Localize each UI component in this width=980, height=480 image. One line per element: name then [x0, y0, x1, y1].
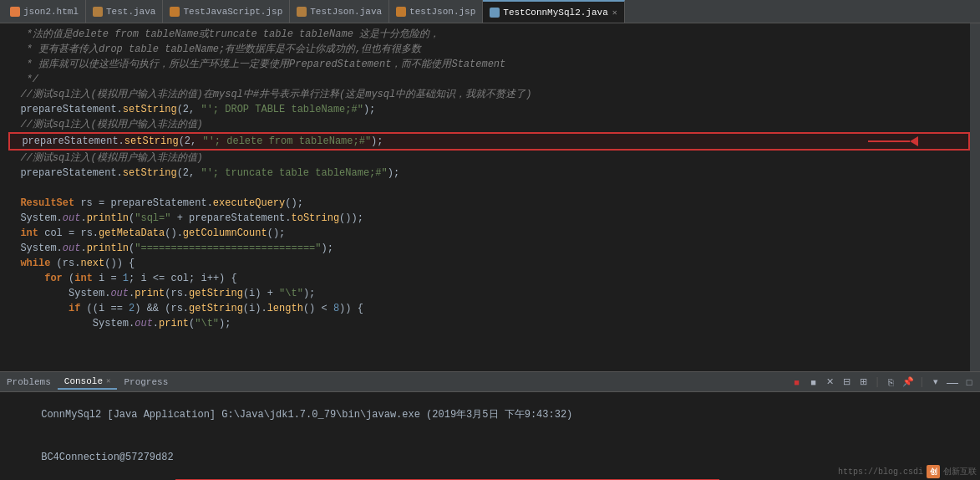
tab-label-test: Test.java	[106, 7, 155, 17]
toolbar-sep1: |	[875, 376, 881, 388]
code-line-17: for (int i = 1; i <= col; i++) {	[8, 271, 970, 286]
tab-icon-json2	[10, 7, 20, 17]
collapse-button[interactable]: ⊞	[856, 375, 871, 390]
view-menu-button[interactable]: ▾	[928, 375, 943, 390]
minimize-button[interactable]: —	[945, 375, 960, 390]
code-line-5: //测试sql注入(模拟用户输入非法的值)在mysql中#井号表示单行注释(这是…	[8, 87, 970, 102]
code-line-3: * 据库就可以使这些语句执行，所以生产环境上一定要使用PreparedState…	[8, 57, 970, 72]
console-content: ConnMySql2 [Java Application] G:\Java\jd…	[0, 392, 980, 480]
tab-icon-testjavascript	[170, 7, 180, 17]
tab-icon-testjson2	[396, 7, 406, 17]
code-line-18: System.out.print(rs.getString(i) + "\t")…	[8, 286, 970, 301]
code-line-15: System.out.println("====================…	[8, 241, 970, 256]
code-line-10: prepareStatement.setString(2, "'; trunca…	[8, 166, 970, 181]
code-line-empty	[8, 181, 970, 196]
watermark-brand: 创新互联	[943, 466, 977, 477]
code-line-2: * 更有甚者传入drop table tableName;有些数据库是不会让你成…	[8, 42, 970, 57]
watermark: https://blog.csdi 创 创新互联	[838, 465, 977, 478]
tab-test[interactable]: Test.java	[86, 0, 163, 23]
code-line-7: //测试sql注入(模拟用户输入非法的值)	[8, 117, 970, 132]
tab-bar: json2.html Test.java TestJavaScript.jsp …	[0, 0, 980, 23]
code-line-14: int col = rs.getMetaData().getColumnCoun…	[8, 226, 970, 241]
scroll-lock-button[interactable]: ⊟	[840, 375, 855, 390]
red-arrow	[868, 136, 918, 146]
bottom-tabs-left: Problems Console ✕ Progress	[0, 372, 175, 391]
code-line-6: prepareStatement.setString(2, "'; DROP T…	[8, 102, 970, 117]
tab-label-testjson: TestJson.java	[310, 7, 382, 17]
editor-scrollbar[interactable]	[970, 23, 980, 371]
tab-testjavascript[interactable]: TestJavaScript.jsp	[163, 0, 290, 23]
copy-button[interactable]: ⎘	[884, 375, 899, 390]
console-line-2: BC4Connection@57279d82	[5, 437, 975, 479]
tab-problems[interactable]: Problems	[0, 375, 58, 389]
tab-testjson[interactable]: TestJson.java	[290, 0, 389, 23]
code-line-19: if ((i == 2) && (rs.getString(i).length(…	[8, 301, 970, 316]
code-line-4: */	[8, 72, 970, 87]
tab-console-label: Console	[64, 376, 103, 386]
editor-area: *法的值是delete from tableName或truncate tabl…	[0, 23, 980, 371]
tab-label-testjavascript: TestJavaScript.jsp	[183, 7, 282, 17]
pin-button[interactable]: 📌	[901, 375, 916, 390]
bottom-tabs-row: Problems Console ✕ Progress ■ ■ ✕ ⊟ ⊞ |	[0, 372, 980, 392]
tab-label-testconn: TestConnMySql2.java	[503, 8, 607, 18]
tab-testjson2[interactable]: testJson.jsp	[389, 0, 483, 23]
bottom-toolbar: ■ ■ ✕ ⊟ ⊞ | ⎘ 📌 | ▾ — □	[790, 375, 980, 390]
tab-json2[interactable]: json2.html	[3, 0, 86, 23]
stop-button[interactable]: ■	[806, 375, 821, 390]
maximize-button[interactable]: □	[962, 375, 977, 390]
code-line-8: prepareStatement.setString(2, "'; delete…	[8, 132, 970, 151]
code-line-1: *法的值是delete from tableName或truncate tabl…	[8, 27, 970, 42]
code-line-20: System.out.print("\t");	[8, 316, 970, 331]
tab-label-testjson2: testJson.jsp	[409, 7, 475, 17]
code-line-12: ResultSet rs = prepareStatement.executeQ…	[8, 196, 970, 211]
console-line-1: ConnMySql2 [Java Application] G:\Java\jd…	[5, 394, 975, 437]
toolbar-sep2: |	[919, 376, 925, 388]
tab-progress[interactable]: Progress	[117, 375, 175, 389]
watermark-icon: 创	[927, 465, 940, 478]
tab-label-json2: json2.html	[23, 7, 79, 17]
tab-icon-testconn	[490, 8, 500, 18]
tab-console-close[interactable]: ✕	[106, 376, 110, 386]
tab-progress-label: Progress	[124, 377, 168, 387]
watermark-url: https://blog.csdi	[838, 467, 923, 477]
tab-console[interactable]: Console ✕	[58, 375, 118, 390]
tab-testconn[interactable]: TestConnMySql2.java ✕	[483, 0, 624, 23]
code-editor[interactable]: *法的值是delete from tableName或truncate tabl…	[0, 23, 970, 371]
tab-icon-test	[93, 7, 103, 17]
tab-icon-testjson	[297, 7, 307, 17]
clear-button[interactable]: ✕	[823, 375, 838, 390]
code-line-9: //测试sql注入(模拟用户输入非法的值)	[8, 151, 970, 166]
stop-red-button[interactable]: ■	[790, 375, 805, 390]
code-line-16: while (rs.next()) {	[8, 256, 970, 271]
tab-problems-label: Problems	[7, 377, 51, 387]
bottom-panel: Problems Console ✕ Progress ■ ■ ✕ ⊟ ⊞ |	[0, 371, 980, 480]
tab-close-testconn[interactable]: ✕	[612, 8, 617, 18]
code-content: *法的值是delete from tableName或truncate tabl…	[0, 23, 970, 334]
code-line-13: System.out.println("sql=" + prepareState…	[8, 211, 970, 226]
